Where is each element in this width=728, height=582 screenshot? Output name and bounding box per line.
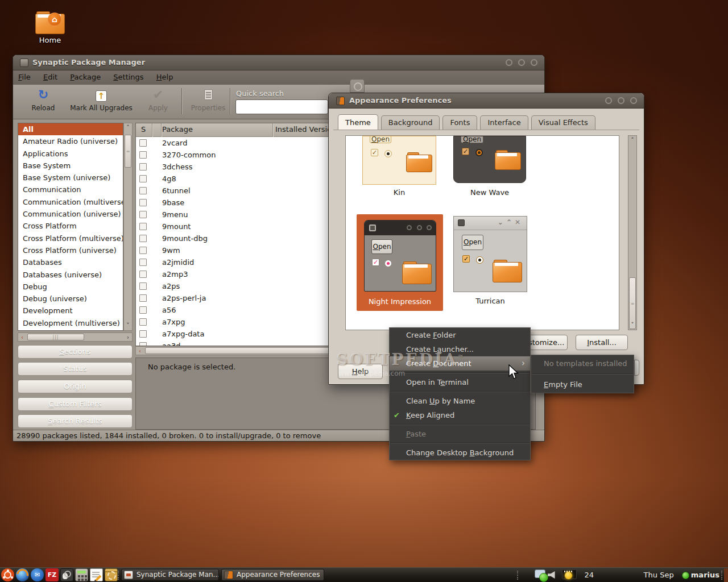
submenu-item[interactable] bbox=[532, 373, 633, 375]
tab[interactable]: Interface bbox=[480, 115, 528, 130]
thunderbird-icon[interactable]: ✉ bbox=[31, 568, 44, 581]
clock[interactable]: Thu Sep 10, 14:59:16 bbox=[644, 568, 677, 582]
package-checkbox[interactable] bbox=[139, 187, 147, 194]
close-button-partial[interactable] bbox=[634, 360, 639, 376]
text-editor-icon[interactable] bbox=[90, 568, 103, 581]
section-row[interactable]: Cross Platform bbox=[18, 220, 123, 232]
sections-horizontal-scrollbar[interactable]: ‹ ||| › bbox=[18, 332, 133, 342]
tab[interactable]: Fonts bbox=[442, 115, 477, 130]
mark-all-upgrades-button[interactable]: ↑ Mark All Upgrades bbox=[69, 87, 133, 117]
screenshot-tool-icon[interactable] bbox=[60, 568, 73, 581]
section-row[interactable]: Communication (universe) bbox=[18, 208, 123, 220]
calculator-icon[interactable] bbox=[75, 568, 88, 581]
tab[interactable]: Theme bbox=[338, 114, 378, 130]
theme-list-scrollbar[interactable]: ˄ ≡ ˅ bbox=[628, 135, 637, 330]
section-row[interactable]: Communication bbox=[18, 184, 123, 196]
ubuntu-menu-icon[interactable] bbox=[1, 568, 14, 581]
tab[interactable]: Visual Effects bbox=[531, 115, 595, 130]
submenu-item[interactable]: No templates installed bbox=[531, 355, 634, 372]
tray-handle[interactable] bbox=[517, 571, 519, 580]
taskbar-window-synaptic[interactable]: Synaptic Package Man... bbox=[121, 569, 219, 581]
section-row[interactable]: Base System (universe) bbox=[18, 172, 123, 184]
maximize-button[interactable] bbox=[618, 97, 624, 104]
origin-filter-button[interactable]: Origin bbox=[18, 380, 133, 393]
user-presence-icon[interactable] bbox=[682, 572, 689, 579]
theme-tile-turrican[interactable]: ⌄⌃✕ Open ✓ bbox=[453, 216, 527, 292]
package-checkbox[interactable] bbox=[139, 211, 147, 218]
apply-button[interactable]: ✔ Apply bbox=[141, 87, 175, 117]
temperature-label[interactable]: 24 °C bbox=[584, 568, 594, 582]
section-row[interactable]: Development (multiverse) bbox=[18, 317, 123, 329]
package-checkbox[interactable] bbox=[139, 306, 147, 314]
maximize-button[interactable] bbox=[518, 59, 525, 66]
context-menu-item[interactable]: Change Desktop Background bbox=[390, 446, 530, 460]
install-button[interactable]: Install... bbox=[576, 335, 628, 350]
theme-tile-night-impression[interactable]: Open ✓ Night Impression bbox=[357, 214, 443, 311]
section-row[interactable]: Development bbox=[18, 305, 123, 317]
close-button[interactable] bbox=[630, 97, 637, 104]
user-menu[interactable]: marius bbox=[691, 568, 719, 582]
package-checkbox[interactable] bbox=[139, 271, 147, 278]
menubar-item[interactable]: Settings bbox=[108, 70, 148, 81]
context-menu-item[interactable] bbox=[390, 391, 530, 392]
package-checkbox[interactable] bbox=[139, 342, 147, 346]
column-header-s[interactable]: S bbox=[141, 125, 146, 134]
section-row[interactable]: Cross Platform (multiverse) bbox=[18, 232, 123, 244]
context-menu-item[interactable]: Clean Up by Name bbox=[390, 394, 530, 408]
firefox-icon[interactable] bbox=[16, 568, 29, 581]
package-checkbox[interactable] bbox=[139, 175, 147, 182]
panel-handle[interactable] bbox=[118, 571, 119, 580]
tab[interactable]: Background bbox=[381, 115, 440, 130]
package-checkbox[interactable] bbox=[139, 139, 147, 147]
scroll-down-icon[interactable]: ˅ bbox=[628, 321, 636, 329]
scroll-down-icon[interactable]: ˅ bbox=[124, 322, 132, 330]
sections-filter-button[interactable]: Sections bbox=[18, 345, 133, 359]
package-checkbox[interactable] bbox=[139, 294, 147, 302]
scroll-right-icon[interactable]: › bbox=[124, 334, 132, 342]
synaptic-titlebar[interactable]: Synaptic Package Manager bbox=[13, 55, 544, 70]
scroll-up-icon[interactable]: ˄ bbox=[628, 136, 636, 144]
section-row[interactable]: All bbox=[18, 123, 123, 135]
section-row[interactable]: Databases (universe) bbox=[18, 269, 123, 281]
package-checkbox[interactable] bbox=[139, 259, 147, 266]
help-button[interactable]: Help bbox=[338, 364, 383, 379]
package-checkbox[interactable] bbox=[139, 151, 147, 159]
taskbar-window-appearance[interactable]: Appearance Preferences bbox=[221, 569, 324, 581]
section-row[interactable]: Base System bbox=[18, 160, 123, 172]
filezilla-icon[interactable]: FZ bbox=[46, 568, 59, 581]
package-checkbox[interactable] bbox=[139, 223, 147, 230]
package-checkbox[interactable] bbox=[139, 318, 147, 326]
context-menu-item[interactable] bbox=[390, 424, 530, 425]
section-row[interactable]: Amateur Radio (universe) bbox=[18, 135, 123, 147]
context-menu-item[interactable]: Create Launcher... bbox=[390, 342, 530, 356]
quick-search-input[interactable] bbox=[235, 99, 328, 114]
package-checkbox[interactable] bbox=[139, 282, 147, 290]
scroll-up-icon[interactable]: ˄ bbox=[124, 124, 132, 132]
properties-button[interactable]: Properties bbox=[188, 87, 228, 117]
column-header-installed-version[interactable]: Installed Version bbox=[275, 125, 336, 134]
menubar-item[interactable]: Package bbox=[65, 70, 106, 81]
context-menu-item[interactable]: Paste bbox=[390, 427, 530, 441]
minimize-button[interactable] bbox=[605, 97, 612, 104]
appearance-titlebar[interactable]: Appearance Preferences bbox=[329, 93, 644, 109]
custom-filters-button[interactable]: Custom Filters bbox=[18, 397, 133, 411]
package-checkbox[interactable] bbox=[139, 247, 147, 254]
menubar-item[interactable]: Edit bbox=[38, 70, 63, 81]
context-menu-item[interactable]: Create Folder bbox=[390, 328, 530, 342]
section-row[interactable]: Cross Platform (universe) bbox=[18, 244, 123, 256]
submenu-item[interactable]: Empty File bbox=[531, 376, 634, 393]
section-row[interactable]: Databases bbox=[18, 256, 123, 268]
menubar-item[interactable]: File bbox=[13, 70, 36, 81]
package-checkbox[interactable] bbox=[139, 163, 147, 171]
weather-sun-icon[interactable] bbox=[565, 572, 572, 579]
section-row[interactable]: Applications bbox=[18, 148, 123, 160]
sections-vertical-scrollbar[interactable]: ˄ ≡ ˅ bbox=[123, 123, 133, 331]
close-button[interactable] bbox=[531, 59, 537, 66]
scroll-left-icon[interactable]: ‹ bbox=[136, 347, 144, 355]
menubar-item[interactable]: Help bbox=[151, 70, 179, 81]
column-header-package[interactable]: Package bbox=[162, 125, 193, 134]
reload-button[interactable]: ↻ Reload bbox=[26, 87, 60, 117]
package-tool-icon[interactable] bbox=[105, 568, 118, 581]
scroll-left-icon[interactable]: ‹ bbox=[18, 334, 26, 342]
context-menu-item[interactable]: Keep Aligned bbox=[390, 408, 530, 422]
